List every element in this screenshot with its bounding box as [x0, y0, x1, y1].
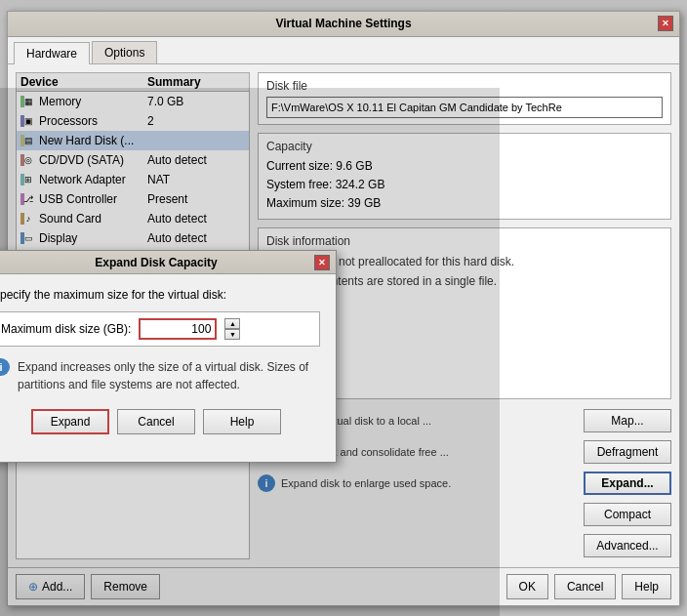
device-list-header: Device Summary — [17, 73, 249, 92]
dialog-instruction: Specify the maximum size for the virtual… — [0, 288, 320, 302]
device-row-sound[interactable]: ♪ Sound Card Auto detect — [17, 209, 249, 228]
tab-hardware[interactable]: Hardware — [14, 42, 90, 64]
add-remove-buttons: ⊕ Add... Remove — [16, 574, 160, 599]
device-name-sound: ♪ Sound Card — [20, 212, 147, 226]
system-free: System free: 324.2 GB — [266, 176, 663, 194]
device-name-display: ▭ Display — [20, 231, 147, 245]
device-row-hdd[interactable]: ▤ New Hard Disk (... — [17, 131, 249, 150]
disk-file-title: Disk file — [266, 79, 663, 93]
advanced-button[interactable]: Advanced... — [584, 534, 671, 557]
disk-file-input[interactable] — [266, 97, 663, 118]
usb-icon: ⎇ — [20, 193, 36, 205]
disk-info-title: Disk information — [266, 234, 663, 248]
dialog-expand-button[interactable]: Expand — [31, 409, 109, 434]
dialog-close-button[interactable]: ✕ — [314, 255, 330, 270]
cpu-icon: ▣ — [20, 115, 36, 127]
display-icon: ▭ — [20, 232, 36, 244]
dialog-title-bar: Expand Disk Capacity ✕ — [0, 251, 336, 274]
maximum-size: Maximum size: 39 GB — [266, 194, 663, 213]
device-row-processors[interactable]: ▣ Processors 2 — [17, 111, 249, 131]
capacity-title: Capacity — [266, 140, 663, 153]
dialog-cancel-button[interactable]: Cancel — [117, 409, 195, 434]
device-row-display[interactable]: ▭ Display Auto detect — [17, 228, 249, 248]
main-window: Virtual Machine Settings ✕ Hardware Opti… — [7, 11, 680, 606]
device-row-network[interactable]: ⊞ Network Adapter NAT — [17, 170, 249, 189]
map-button[interactable]: Map... — [584, 409, 671, 432]
device-row-memory[interactable]: ▦ Memory 7.0 GB — [17, 92, 249, 111]
help-button[interactable]: Help — [622, 574, 671, 599]
hdd-icon: ▤ — [20, 135, 36, 146]
spinner: ▲ ▼ — [224, 318, 240, 340]
title-bar: Virtual Machine Settings ✕ — [8, 12, 679, 37]
window-title: Virtual Machine Settings — [29, 17, 658, 30]
defragment-button[interactable]: Defragment — [584, 440, 671, 464]
expand-button[interactable]: Expand... — [584, 472, 671, 495]
spinner-down-button[interactable]: ▼ — [224, 329, 240, 340]
compact-button[interactable]: Compact — [584, 503, 671, 526]
dialog-help-button[interactable]: Help — [203, 409, 281, 434]
disk-size-label: Maximum disk size (GB): — [1, 322, 131, 336]
action-row-compact: Compact — [258, 501, 671, 528]
cancel-button[interactable]: Cancel — [554, 574, 616, 599]
cd-icon: ◎ — [20, 154, 36, 166]
device-name-hdd: ▤ New Hard Disk (... — [20, 134, 147, 147]
action-row-advanced: Advanced... — [258, 532, 671, 559]
bottom-bar: ⊕ Add... Remove OK Cancel Help — [8, 567, 679, 605]
device-row-usb[interactable]: ⎇ USB Controller Present — [17, 189, 249, 209]
network-icon: ⊞ — [20, 174, 36, 185]
close-button[interactable]: ✕ — [658, 16, 673, 31]
add-button[interactable]: ⊕ Add... — [16, 574, 85, 599]
expand-label: Expand disk to enlarge used space. — [281, 477, 578, 489]
device-name-network: ⊞ Network Adapter — [20, 173, 147, 186]
memory-icon: ▦ — [20, 96, 36, 107]
disk-file-section: Disk file — [258, 72, 671, 125]
tab-bar: Hardware Options — [8, 37, 679, 64]
col-summary: Summary — [147, 75, 245, 89]
spinner-up-button[interactable]: ▲ — [224, 318, 240, 329]
dialog-info-icon: i — [0, 358, 10, 376]
tab-options[interactable]: Options — [92, 41, 157, 63]
capacity-section: Capacity Current size: 9.6 GB System fre… — [258, 133, 671, 221]
device-name-usb: ⎇ USB Controller — [20, 192, 147, 206]
col-device: Device — [20, 75, 147, 89]
current-size: Current size: 9.6 GB — [266, 157, 663, 176]
ok-cancel-help: OK Cancel Help — [506, 574, 671, 599]
sound-icon: ♪ — [20, 213, 36, 225]
device-name-memory: ▦ Memory — [20, 95, 147, 108]
ok-button[interactable]: OK — [506, 574, 548, 599]
dialog-footer: Expand Cancel Help — [0, 409, 320, 448]
dialog-title: Expand Disk Capacity — [0, 256, 314, 269]
expand-info-icon: i — [258, 474, 275, 492]
dialog-info-text: Expand increases only the size of a virt… — [18, 358, 320, 393]
title-bar-controls: ✕ — [658, 16, 673, 31]
remove-button[interactable]: Remove — [91, 574, 160, 599]
expand-disk-dialog: Expand Disk Capacity ✕ Specify the maxim… — [0, 250, 337, 463]
disk-size-input[interactable] — [139, 318, 217, 340]
add-icon: ⊕ — [28, 580, 38, 594]
disk-size-row: Maximum disk size (GB): ▲ ▼ — [0, 311, 320, 347]
device-name-processors: ▣ Processors — [20, 114, 147, 128]
device-name-cddvd: ◎ CD/DVD (SATA) — [20, 153, 147, 167]
device-row-cddvd[interactable]: ◎ CD/DVD (SATA) Auto detect — [17, 150, 249, 170]
dialog-body: Specify the maximum size for the virtual… — [0, 274, 336, 462]
dialog-info-row: i Expand increases only the size of a vi… — [0, 358, 320, 393]
action-row-expand: i Expand disk to enlarge used space. Exp… — [258, 470, 671, 497]
